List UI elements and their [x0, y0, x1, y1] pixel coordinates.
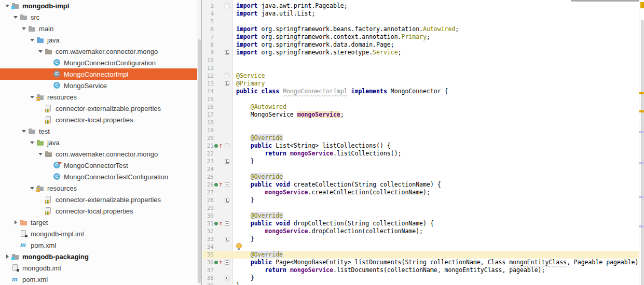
- fold-end-icon[interactable]: [225, 159, 229, 164]
- tree-item-com-wavemaker-connector-mongo[interactable]: com.wavemaker.connector.mongo: [0, 148, 198, 160]
- expand-arrow-icon[interactable]: [29, 36, 36, 44]
- stripe-mark-icon[interactable]: [639, 225, 644, 227]
- tree-item-mongodb-packaging[interactable]: mongodb-packaging: [0, 251, 198, 262]
- tree-item-src[interactable]: src: [0, 11, 198, 23]
- stripe-mark-icon[interactable]: [639, 131, 644, 133]
- code-line-10[interactable]: [236, 56, 639, 64]
- tree-item-resources[interactable]: resources: [0, 182, 198, 194]
- code-line-38[interactable]: }: [236, 274, 639, 282]
- stripe-mark-icon[interactable]: [639, 196, 644, 198]
- fold-start-icon[interactable]: [225, 182, 229, 187]
- fold-start-icon[interactable]: [225, 4, 229, 8]
- tree-item-mongoservice[interactable]: MongoService: [0, 80, 198, 91]
- top-scrollbar-thumb[interactable]: [571, 0, 639, 2]
- code-line-18[interactable]: [236, 119, 639, 126]
- override-method-icon[interactable]: [214, 220, 223, 227]
- code-line-3[interactable]: import java.awt.print.Pageable;: [236, 2, 639, 10]
- fold-start-icon[interactable]: [225, 74, 229, 78]
- code-line-37[interactable]: return mongoService.listDocuments(collec…: [236, 266, 639, 274]
- expand-arrow-icon[interactable]: [21, 24, 28, 33]
- error-stripe[interactable]: [639, 0, 644, 285]
- expand-arrow-icon[interactable]: [21, 127, 28, 135]
- code-area[interactable]: import java.awt.print.Pageable;import ja…: [236, 2, 639, 285]
- tree-item-pom-xml[interactable]: pom.xml: [0, 239, 198, 251]
- fold-end-icon[interactable]: [225, 276, 229, 280]
- code-line-35[interactable]: @Override: [236, 251, 639, 259]
- expand-arrow-icon[interactable]: [37, 150, 45, 158]
- code-line-22[interactable]: return mongoService.listCollections();: [236, 150, 639, 158]
- fold-end-icon[interactable]: [225, 198, 229, 203]
- tree-item-connector-externalizable-properties[interactable]: connector-externalizable.properties: [0, 194, 198, 205]
- code-line-7[interactable]: import org.springframework.context.annot…: [236, 33, 639, 41]
- stripe-mark-icon[interactable]: [639, 92, 644, 94]
- collapse-arrow-icon[interactable]: [12, 218, 20, 226]
- expand-arrow-icon[interactable]: [37, 47, 45, 55]
- override-method-icon[interactable]: [214, 181, 223, 189]
- code-line-8[interactable]: import org.springframework.data.domain.P…: [236, 41, 639, 49]
- tree-item-java[interactable]: java: [0, 137, 198, 148]
- tree-item-mongoconnectorconfiguration[interactable]: MongoConnectorConfiguration: [0, 57, 198, 68]
- tree-item-mongoconnectortestconfiguration[interactable]: MongoConnectorTestConfiguration: [0, 171, 198, 182]
- tree-item-pom-xml[interactable]: pom.xml: [0, 274, 198, 285]
- code-line-28[interactable]: }: [236, 196, 639, 204]
- expand-arrow-icon[interactable]: [29, 138, 36, 147]
- tree-scrollbar[interactable]: [197, 0, 201, 285]
- fold-end-icon[interactable]: [225, 237, 229, 241]
- tree-item-mongodb-iml[interactable]: mongodb.iml: [0, 262, 198, 274]
- fold-start-icon[interactable]: [225, 144, 229, 148]
- collapse-arrow-icon[interactable]: [4, 252, 11, 261]
- expand-arrow-icon[interactable]: [29, 93, 36, 101]
- code-line-20[interactable]: @Override: [236, 134, 639, 142]
- code-line-31[interactable]: public void dropCollection(String collec…: [236, 220, 639, 227]
- stripe-mark-icon[interactable]: [639, 162, 644, 164]
- code-line-6[interactable]: import org.springframework.beans.factory…: [236, 25, 639, 33]
- tree-item-java[interactable]: java: [0, 34, 198, 46]
- code-line-30[interactable]: @Override: [236, 212, 639, 220]
- stripe-mark-icon[interactable]: [639, 110, 644, 112]
- tree-item-connector-local-properties[interactable]: connector-local.properties: [0, 114, 198, 125]
- tree-item-main[interactable]: main: [0, 23, 198, 34]
- expand-arrow-icon[interactable]: [12, 13, 20, 21]
- tree-item-resources[interactable]: resources: [0, 91, 198, 103]
- code-line-19[interactable]: [236, 126, 639, 134]
- code-line-36[interactable]: public Page<MongoBaseEntity> listDocumen…: [236, 259, 639, 266]
- code-line-29[interactable]: [236, 204, 639, 212]
- editor-vertical-scrollbar-thumb[interactable]: [641, 20, 644, 285]
- tree-item-connector-local-properties[interactable]: connector-local.properties: [0, 205, 198, 217]
- code-line-4[interactable]: import java.util.List;: [236, 10, 639, 18]
- code-line-33[interactable]: }: [236, 235, 639, 243]
- code-line-5[interactable]: [236, 18, 639, 25]
- tree-item-target[interactable]: target: [0, 217, 198, 228]
- code-line-12[interactable]: @Service: [236, 72, 639, 80]
- tree-item-connector-externalizable-properties[interactable]: connector-externalizable.properties: [0, 103, 198, 114]
- code-line-21[interactable]: public List<String> listCollections() {: [236, 142, 639, 150]
- code-line-13[interactable]: @Primary: [236, 80, 639, 88]
- tree-item-mongoconnectorimpl[interactable]: MongoConnectorImpl: [0, 68, 198, 80]
- fold-end-icon[interactable]: [225, 50, 229, 55]
- code-line-24[interactable]: [236, 165, 639, 173]
- fold-end-icon[interactable]: [225, 81, 229, 86]
- tree-item-mongoconnectortest[interactable]: MongoConnectorTest: [0, 160, 198, 171]
- code-line-9[interactable]: import org.springframework.stereotype.Se…: [236, 49, 639, 56]
- code-line-26[interactable]: public void createCollection(String coll…: [236, 181, 639, 189]
- fold-start-icon[interactable]: [225, 221, 229, 226]
- tree-item-com-wavemaker-connector-mongo[interactable]: com.wavemaker.connector.mongo: [0, 46, 198, 57]
- code-line-39[interactable]: }: [236, 282, 639, 285]
- override-method-icon[interactable]: [214, 259, 223, 266]
- expand-arrow-icon[interactable]: [29, 184, 36, 192]
- fold-start-icon[interactable]: [225, 260, 229, 265]
- intention-bulb-icon[interactable]: [236, 243, 242, 251]
- code-line-25[interactable]: @Override: [236, 173, 639, 181]
- code-line-11[interactable]: [236, 64, 639, 72]
- code-line-27[interactable]: mongoService.createCollection(collection…: [236, 189, 639, 196]
- code-line-14[interactable]: public class MongoConnectorImpl implemen…: [236, 88, 639, 95]
- code-line-23[interactable]: }: [236, 158, 639, 165]
- code-line-34[interactable]: [236, 243, 639, 251]
- code-line-15[interactable]: [236, 95, 639, 103]
- override-method-icon[interactable]: [214, 142, 223, 150]
- code-line-16[interactable]: @Autowired: [236, 103, 639, 111]
- tree-item-mongodb-impl[interactable]: mongodb-impl: [0, 0, 198, 11]
- inspection-indicator-icon[interactable]: [640, 2, 644, 8]
- tree-item-mongodb-impl-iml[interactable]: mongodb-impl.iml: [0, 228, 198, 239]
- expand-arrow-icon[interactable]: [4, 2, 11, 10]
